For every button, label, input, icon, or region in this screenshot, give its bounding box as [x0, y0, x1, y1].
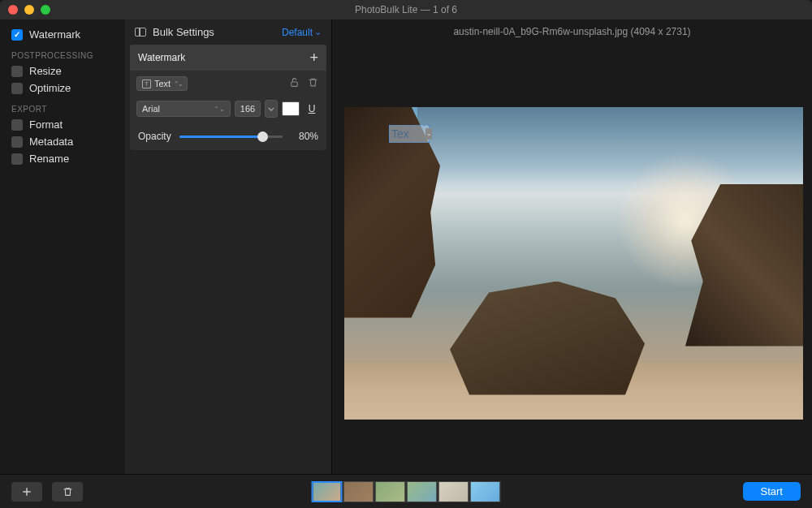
settings-title: Bulk Settings [153, 26, 214, 38]
thumbnail-3[interactable] [375, 481, 406, 502]
text-type-icon: T [142, 80, 151, 88]
thumbnail-5[interactable] [438, 481, 469, 502]
thumbnail-2[interactable] [343, 481, 374, 502]
sidebar-item-rename[interactable]: Rename [11, 150, 114, 167]
sidebar-label: Optimize [29, 82, 71, 94]
watermark-type-select[interactable]: T Text ⌃⌄ [136, 76, 188, 91]
watermark-overlay[interactable]: Tex [389, 125, 430, 143]
filename-label: austin-neill-0A_b9G-Rm6w-unsplash.jpg (4… [332, 19, 812, 44]
watermark-handle[interactable] [425, 128, 432, 140]
checkbox-format[interactable] [11, 119, 23, 131]
footer: Start [0, 474, 812, 508]
thumbnail-4[interactable] [407, 481, 438, 502]
font-family-select[interactable]: Arial ⌃⌄ [136, 101, 231, 117]
sidebar-item-format[interactable]: Format [11, 116, 114, 133]
section-head-export: EXPORT [11, 105, 114, 114]
sidebar-label: Metadata [29, 136, 73, 148]
close-window-button[interactable] [8, 5, 18, 15]
checkbox-resize[interactable] [11, 66, 23, 77]
sidebar-label: Resize [29, 65, 62, 77]
preview-image[interactable]: Tex [344, 107, 803, 420]
left-sidebar: Watermark POSTPROCESSING Resize Optimize… [0, 19, 125, 474]
unlock-icon[interactable] [287, 75, 301, 92]
sidebar-label: Rename [29, 153, 69, 165]
sidebar-label: Format [29, 118, 63, 131]
thumbnail-6[interactable] [470, 481, 501, 502]
thumbnail-strip [312, 481, 501, 502]
watermark-card: Watermark + T Text ⌃⌄ [130, 45, 326, 150]
font-size-stepper[interactable] [265, 100, 278, 118]
watermark-text: Tex [391, 127, 409, 140]
slider-thumb[interactable] [257, 131, 268, 142]
add-image-button[interactable] [11, 482, 42, 502]
section-head-postprocessing: POSTPROCESSING [11, 51, 114, 60]
font-size-input[interactable]: 166 [235, 101, 261, 117]
sidebar-label: Watermark [29, 28, 80, 41]
checkbox-optimize[interactable] [11, 83, 23, 94]
preset-dropdown[interactable]: Default [282, 27, 322, 38]
window-title: PhotoBulk Lite — 1 of 6 [355, 4, 457, 15]
opacity-slider[interactable] [179, 136, 283, 138]
maximize-window-button[interactable] [41, 5, 50, 15]
titlebar: PhotoBulk Lite — 1 of 6 [0, 0, 812, 19]
delete-image-button[interactable] [52, 482, 83, 502]
thumbnail-1[interactable] [312, 481, 343, 502]
underline-toggle[interactable]: U [304, 101, 320, 117]
sidebar-item-optimize[interactable]: Optimize [11, 80, 114, 97]
start-button[interactable]: Start [743, 482, 801, 501]
checkbox-watermark[interactable] [11, 29, 23, 41]
sidebar-item-watermark[interactable]: Watermark [11, 26, 114, 43]
settings-header: Bulk Settings Default [125, 19, 331, 45]
svg-rect-0 [292, 82, 298, 86]
watermark-card-title: Watermark [138, 52, 185, 63]
layout-icon [135, 28, 146, 37]
checkbox-rename[interactable] [11, 153, 23, 165]
settings-panel: Bulk Settings Default Watermark + T Text… [125, 19, 332, 474]
add-watermark-button[interactable]: + [309, 50, 318, 65]
sidebar-item-resize[interactable]: Resize [11, 62, 114, 80]
trash-icon[interactable] [306, 75, 320, 92]
preview-panel: austin-neill-0A_b9G-Rm6w-unsplash.jpg (4… [332, 19, 812, 474]
opacity-label: Opacity [138, 131, 171, 142]
sidebar-item-metadata[interactable]: Metadata [11, 133, 114, 150]
opacity-value: 80% [291, 131, 318, 142]
color-picker[interactable] [282, 101, 300, 116]
minimize-window-button[interactable] [24, 5, 34, 15]
checkbox-metadata[interactable] [11, 136, 23, 148]
